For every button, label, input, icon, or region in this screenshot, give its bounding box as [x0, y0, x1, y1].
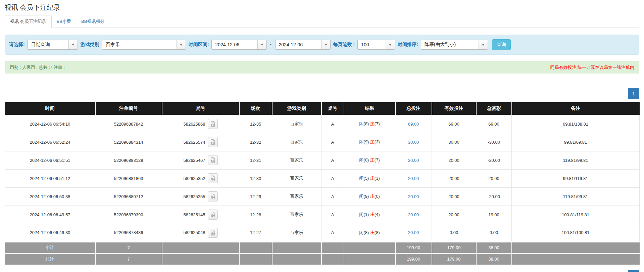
- total-row: 总计7199.00179.0038.00: [5, 253, 640, 265]
- total-bet-link[interactable]: 69.00: [408, 122, 419, 127]
- result-banker-points: (4): [375, 212, 380, 217]
- column-header-1: 注单编号: [95, 102, 162, 115]
- total-bet-link[interactable]: 20.00: [408, 230, 419, 235]
- total-bet-link[interactable]: 20.00: [408, 212, 419, 217]
- valid-bet-cell: 30.00: [432, 133, 476, 151]
- video-replay-icon-button[interactable]: [208, 155, 218, 165]
- time-sort-select[interactable]: 降幂(由大到小): [421, 40, 488, 50]
- total-bet-cell: 20.00: [395, 169, 432, 187]
- total-bet-cell: 20.00: [395, 206, 432, 224]
- game-type-cell: 百家乐: [272, 133, 321, 151]
- valid-bet-cell: 0.00: [432, 224, 476, 242]
- range-separator: ~: [269, 42, 272, 47]
- payout-cell: 20.00: [476, 169, 512, 187]
- result-player: 闲: [359, 157, 363, 163]
- session-cell: 12-35: [239, 115, 272, 133]
- chevron-down-icon[interactable]: [68, 40, 78, 49]
- table-header-row: 时间注单编号局号场次游戏类别桌号结果总投注有效投注总派彩备注: [5, 102, 640, 115]
- total-bet-link[interactable]: 20.00: [408, 158, 419, 163]
- video-replay-icon-button[interactable]: [208, 119, 218, 129]
- footer-remark-cell: [512, 253, 640, 265]
- video-replay-icon-button[interactable]: [208, 191, 218, 201]
- round-id-wrap: 582625467: [162, 155, 239, 165]
- result-player-points: (9): [363, 194, 370, 199]
- date-from-select[interactable]: 2024-12-06: [211, 40, 267, 50]
- chevron-down-icon[interactable]: [177, 40, 186, 49]
- footer-total-bet-cell: 199.00: [395, 253, 432, 265]
- payout-cell: 19.00: [476, 206, 512, 224]
- footer-label-cell: 总计: [5, 253, 95, 265]
- result-player: 闲: [359, 212, 363, 217]
- footer-empty-cell: [162, 253, 239, 265]
- valid-bet-cell: 20.00: [432, 206, 476, 224]
- bet-records-table: 时间注单编号局号场次游戏类别桌号结果总投注有效投注总派彩备注 2024-12-0…: [5, 102, 640, 265]
- table-no-cell: A: [321, 133, 344, 151]
- game-type-cell: 百家乐: [272, 169, 321, 187]
- game-type-cell: 百家乐: [272, 187, 321, 206]
- tab-video-bet-records[interactable]: 视讯 会员下注纪录: [5, 15, 52, 28]
- table-row: 2024-12-06 06:54:10522096887842582625868…: [5, 115, 640, 133]
- video-replay-icon-button[interactable]: [208, 210, 218, 220]
- total-bet-link[interactable]: 20.00: [408, 194, 419, 199]
- total-bet-link[interactable]: 20.00: [408, 176, 419, 181]
- pagination-bottom: 1: [5, 270, 639, 272]
- date-to-select[interactable]: 2024-12-06: [275, 40, 331, 50]
- result-player: 闲: [359, 176, 363, 181]
- footer-empty-cell: [239, 253, 272, 265]
- query-type-select[interactable]: 日期查询: [28, 40, 78, 50]
- payout-cell: 0.00: [476, 224, 512, 242]
- video-replay-icon-button[interactable]: [208, 173, 218, 183]
- video-replay-icon: [210, 139, 216, 145]
- chevron-down-icon[interactable]: [321, 40, 330, 49]
- page-title: 视讯 会员下注纪录: [5, 3, 639, 12]
- game-type-cell: 百家乐: [272, 115, 321, 133]
- page-button-1[interactable]: 1: [628, 270, 639, 272]
- bet-time-cell: 2024-12-06 06:50:38: [5, 187, 95, 206]
- query-button[interactable]: 查询: [492, 39, 511, 50]
- page-size-select[interactable]: 100: [357, 40, 395, 50]
- footer-payout-cell: 38.00: [476, 253, 512, 265]
- round-id-wrap: 582625574: [162, 137, 239, 147]
- video-replay-icon: [210, 175, 216, 181]
- footer-empty-cell: [344, 253, 395, 265]
- round-id: 582625048: [183, 230, 205, 235]
- game-type-value: 百家乐: [102, 42, 177, 48]
- round-id-cell: 582625574: [162, 133, 239, 151]
- chevron-down-icon[interactable]: [257, 40, 266, 49]
- bet-id-cell: 522096883129: [95, 151, 162, 169]
- footer-empty-cell: [321, 253, 344, 265]
- video-replay-icon-button[interactable]: [208, 137, 218, 147]
- tab-bb-tips[interactable]: BB小费: [52, 15, 76, 28]
- bet-id-cell: 522096878436: [95, 224, 162, 242]
- tab-bb-video-points[interactable]: BB视讯积分: [76, 15, 109, 28]
- chevron-down-icon[interactable]: [386, 40, 395, 49]
- valid-bet-cell: 69.00: [432, 115, 476, 133]
- result-banker: 庄: [370, 194, 375, 199]
- total-bet-link[interactable]: 30.00: [408, 140, 419, 145]
- session-cell: 12-30: [239, 169, 272, 187]
- chevron-down-icon[interactable]: [479, 40, 488, 49]
- video-replay-icon: [210, 193, 216, 199]
- column-header-7: 总投注: [395, 102, 432, 115]
- time-sort-value: 降幂(由大到小): [421, 42, 479, 48]
- bet-time-cell: 2024-12-06 06:52:24: [5, 133, 95, 151]
- round-id-wrap: 582625255: [162, 191, 239, 201]
- result-cell: 闲(1) 庄(4): [344, 206, 395, 224]
- page-button-1[interactable]: 1: [628, 88, 639, 99]
- session-cell: 12-29: [239, 187, 272, 206]
- game-type-select[interactable]: 百家乐: [102, 40, 186, 50]
- bet-id-cell: 522096881863: [95, 169, 162, 187]
- round-id: 582625145: [183, 212, 205, 217]
- column-header-3: 场次: [239, 102, 272, 115]
- pagination-top: 1: [5, 88, 639, 99]
- date-to-value: 2024-12-06: [276, 42, 321, 47]
- table-row: 2024-12-06 06:51:51522096883129582625467…: [5, 151, 640, 169]
- table-row: 2024-12-06 06:52:24522096884314582625574…: [5, 133, 640, 151]
- payout-cell: -20.00: [476, 187, 512, 206]
- round-id-cell: 582625352: [162, 169, 239, 187]
- total-bet-cell: 20.00: [395, 224, 432, 242]
- round-id-wrap: 582625352: [162, 173, 239, 183]
- remark-cell: 99.81/119.81: [512, 169, 640, 187]
- video-replay-icon-button[interactable]: [208, 228, 218, 238]
- video-replay-icon: [210, 121, 216, 127]
